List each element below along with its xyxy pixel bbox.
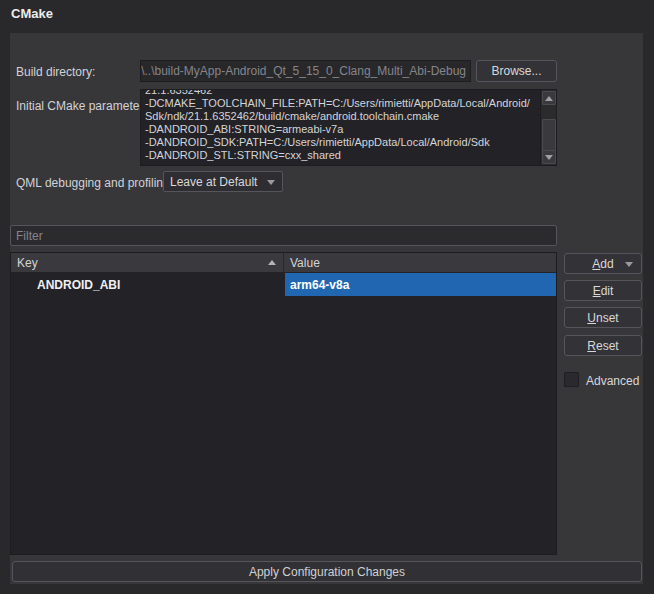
column-header-value[interactable]: Value: [284, 253, 556, 272]
unset-button[interactable]: Unset: [564, 307, 642, 328]
sort-ascending-icon: [268, 260, 276, 265]
cmake-parameter-line: -DCMAKE_TOOLCHAIN_FILE:PATH=C:/Users/rim…: [145, 97, 540, 110]
cmake-parameter-line: -DANDROID_ABI:STRING=armeabi-v7a: [145, 123, 540, 136]
variable-key-cell[interactable]: ANDROID_ABI: [11, 273, 285, 296]
build-directory-value: MyApp\..\build-MyApp-Android_Qt_5_15_0_C…: [140, 64, 466, 78]
qml-debugging-selected-value: Leave at Default: [170, 175, 257, 189]
chevron-down-icon: [625, 262, 633, 267]
scroll-down-icon[interactable]: [542, 150, 556, 164]
cmake-parameter-line: -DANDROID_SDK:PATH=C:/Users/rimietti/App…: [145, 136, 540, 149]
cmake-parameter-line: 21.1.6352462: [145, 90, 540, 97]
variable-value-cell-selected[interactable]: arm64-v8a: [285, 273, 556, 296]
filter-input[interactable]: [10, 225, 557, 246]
cmake-parameters-text: 21.1.6352462-DCMAKE_TOOLCHAIN_FILE:PATH=…: [141, 90, 540, 165]
apply-configuration-button[interactable]: Apply Configuration Changes: [12, 561, 642, 582]
add-button[interactable]: Add: [564, 253, 642, 274]
advanced-checkbox[interactable]: [564, 372, 579, 387]
build-directory-field: MyApp\..\build-MyApp-Android_Qt_5_15_0_C…: [140, 60, 471, 82]
table-row[interactable]: ANDROID_ABI arm64-v8a: [11, 273, 556, 296]
cmake-parameter-line: Sdk/ndk/21.1.6352462/build/cmake/android…: [145, 110, 540, 123]
scrollbar-thumb[interactable]: [542, 119, 556, 152]
page-title: CMake: [11, 6, 53, 21]
reset-button[interactable]: Reset: [564, 335, 642, 356]
build-directory-label: Build directory:: [16, 65, 95, 79]
vertical-scrollbar[interactable]: [540, 90, 556, 165]
cmake-parameter-line: -DANDROID_STL:STRING=cxx_shared: [145, 149, 540, 162]
table-header-row: Key Value: [11, 253, 556, 273]
edit-button[interactable]: Edit: [564, 280, 642, 301]
initial-cmake-parameters-label: Initial CMake parameters:: [16, 99, 153, 113]
qml-debugging-dropdown[interactable]: Leave at Default: [163, 171, 283, 192]
scroll-up-icon[interactable]: [542, 91, 556, 105]
initial-cmake-parameters-textarea[interactable]: 21.1.6352462-DCMAKE_TOOLCHAIN_FILE:PATH=…: [140, 89, 557, 166]
advanced-label[interactable]: Advanced: [586, 374, 639, 388]
chevron-down-icon: [267, 180, 275, 185]
browse-button[interactable]: Browse...: [476, 60, 557, 82]
cmake-variables-table: Key Value ANDROID_ABI arm64-v8a: [10, 252, 557, 555]
qml-debugging-label: QML debugging and profiling:: [16, 176, 173, 190]
column-header-key[interactable]: Key: [11, 253, 284, 272]
